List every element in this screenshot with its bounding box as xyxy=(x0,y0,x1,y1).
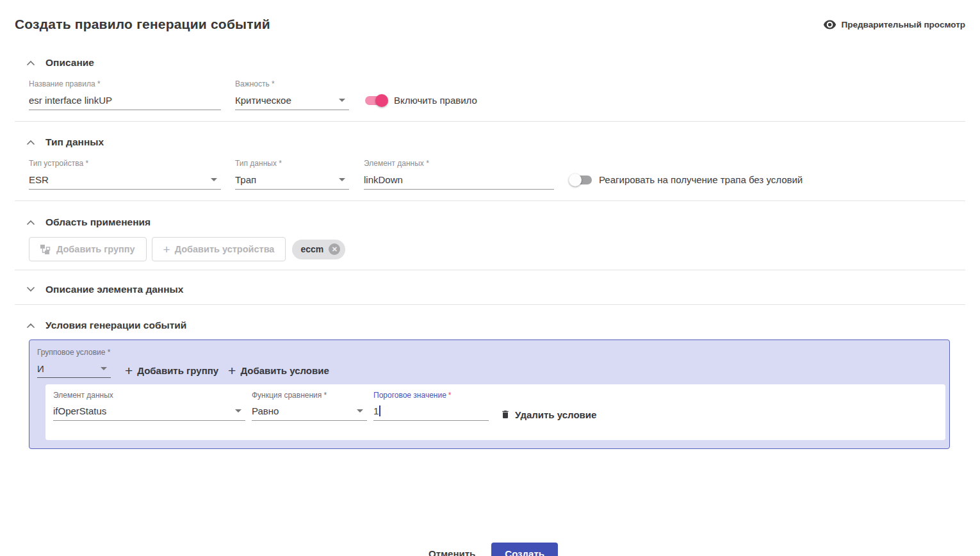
device-type-select[interactable]: ESR xyxy=(29,174,221,190)
group-condition-field: Групповое условие * xyxy=(37,348,111,363)
condition-data-element-select[interactable]: ifOperStatus xyxy=(53,405,245,421)
add-condition-button[interactable]: + Добавить условие xyxy=(228,364,329,377)
required-asterisk: * xyxy=(448,391,452,400)
delete-condition-button-label: Удалить условие xyxy=(515,409,596,420)
section-divider xyxy=(15,200,965,201)
section-content-data-type: Тип устройства * ESR Тип данных * Трап Э… xyxy=(29,159,965,190)
data-type-select[interactable]: Трап xyxy=(235,174,349,190)
create-event-rule-page: Создать правило генерации событий Предва… xyxy=(0,0,980,556)
plus-icon: + xyxy=(125,364,133,377)
trash-icon xyxy=(500,409,510,420)
section-title-element-description: Описание элемента данных xyxy=(45,284,183,295)
add-condition-group-button[interactable]: + Добавить группу xyxy=(125,364,218,377)
plus-icon: + xyxy=(228,364,236,377)
severity-field: Важность * Критическое xyxy=(235,79,349,110)
data-type-field: Тип данных * Трап xyxy=(235,159,349,190)
condition-threshold-label: Пороговое значение* xyxy=(373,391,489,400)
sitemap-icon xyxy=(40,245,52,254)
section-header-data-type[interactable]: Тип данных xyxy=(15,136,965,148)
severity-label: Важность * xyxy=(235,79,349,88)
data-type-label: Тип данных * xyxy=(235,159,349,168)
caret-down-icon xyxy=(339,178,345,181)
cancel-button[interactable]: Отменить xyxy=(422,543,482,556)
delete-condition-button[interactable]: Удалить условие xyxy=(500,409,596,420)
caret-down-icon xyxy=(211,178,217,181)
condition-data-element-field: Элемент данных ifOperStatus xyxy=(53,391,245,421)
section-header-description[interactable]: Описание xyxy=(15,57,965,69)
preview-button-label: Предварительный просмотр xyxy=(842,20,965,29)
enable-rule-toggle-label: Включить правило xyxy=(394,95,477,106)
section-content-description: Название правила * esr interface linkUP … xyxy=(29,79,965,110)
condition-group-box: Групповое условие * И + Добавить группу … xyxy=(29,339,950,449)
section-header-element-description[interactable]: Описание элемента данных xyxy=(15,284,965,295)
chevron-up-icon[interactable] xyxy=(27,220,35,225)
toggle-thumb xyxy=(569,174,582,186)
section-content-scope: Добавить группу + Добавить устройства ec… xyxy=(29,237,965,261)
data-element-field: Элемент данных * linkDown xyxy=(364,159,554,190)
text-cursor xyxy=(379,405,380,416)
condition-card: Элемент данных ifOperStatus Функция срав… xyxy=(45,384,945,440)
data-element-input[interactable]: linkDown xyxy=(364,174,554,190)
section-title-conditions: Условия генерации событий xyxy=(45,320,186,331)
add-group-button[interactable]: Добавить группу xyxy=(29,237,147,261)
scope-chip-label: eccm xyxy=(300,244,323,254)
react-trap-toggle-label: Реагировать на получение трапа без услов… xyxy=(599,174,803,185)
section-header-conditions[interactable]: Условия генерации событий xyxy=(15,320,965,331)
section-divider xyxy=(15,270,965,270)
page-title: Создать правило генерации событий xyxy=(15,17,270,32)
condition-compare-field: Функция сравнения * Равно xyxy=(252,391,367,421)
toggle-thumb xyxy=(375,94,388,107)
section-header-scope[interactable]: Область применения xyxy=(15,217,965,228)
rule-name-field: Название правила * esr interface linkUP xyxy=(29,79,221,110)
eye-icon xyxy=(823,20,837,29)
page-header: Создать правило генерации событий Предва… xyxy=(15,17,965,32)
group-condition-select-wrap: И xyxy=(37,363,111,378)
enable-rule-toggle[interactable] xyxy=(365,96,387,105)
add-group-button-label: Добавить группу xyxy=(56,244,135,254)
condition-compare-label: Функция сравнения * xyxy=(252,391,367,400)
chevron-down-icon[interactable] xyxy=(27,287,35,292)
device-type-label: Тип устройства * xyxy=(29,159,221,168)
chevron-up-icon[interactable] xyxy=(27,140,35,145)
caret-down-icon xyxy=(339,99,345,102)
add-condition-group-button-label: Добавить группу xyxy=(137,365,218,376)
preview-button[interactable]: Предварительный просмотр xyxy=(823,20,965,29)
section-divider xyxy=(15,121,965,122)
data-element-label: Элемент данных * xyxy=(364,159,554,168)
add-devices-button-label: Добавить устройства xyxy=(175,244,275,254)
chevron-up-icon[interactable] xyxy=(27,60,35,65)
scope-chip[interactable]: eccm ✕ xyxy=(292,240,345,259)
section-divider xyxy=(15,304,965,305)
group-condition-select[interactable]: И xyxy=(37,363,111,378)
device-type-field: Тип устройства * ESR xyxy=(29,159,221,190)
form-actions: Отменить Создать xyxy=(15,543,965,556)
plus-icon: + xyxy=(163,243,170,256)
add-condition-button-label: Добавить условие xyxy=(240,365,329,376)
create-button[interactable]: Создать xyxy=(491,543,558,556)
section-title-description: Описание xyxy=(45,57,94,69)
section-title-scope: Область применения xyxy=(45,217,151,228)
caret-down-icon xyxy=(101,367,107,370)
caret-down-icon xyxy=(357,409,363,413)
section-title-data-type: Тип данных xyxy=(45,136,104,148)
group-condition-label: Групповое условие * xyxy=(37,348,111,357)
condition-data-element-label: Элемент данных xyxy=(53,391,245,400)
severity-select[interactable]: Критическое xyxy=(235,95,349,110)
rule-name-input[interactable]: esr interface linkUP xyxy=(29,95,221,110)
rule-name-label: Название правила * xyxy=(29,79,221,88)
condition-threshold-field: Пороговое значение* 1 xyxy=(373,391,489,421)
chevron-up-icon[interactable] xyxy=(27,323,35,328)
close-circle-icon[interactable]: ✕ xyxy=(329,243,340,255)
condition-threshold-input[interactable]: 1 xyxy=(373,405,489,421)
add-devices-button[interactable]: + Добавить устройства xyxy=(152,237,286,261)
condition-compare-select[interactable]: Равно xyxy=(252,405,367,421)
caret-down-icon xyxy=(235,409,241,413)
react-trap-toggle[interactable] xyxy=(570,176,592,184)
